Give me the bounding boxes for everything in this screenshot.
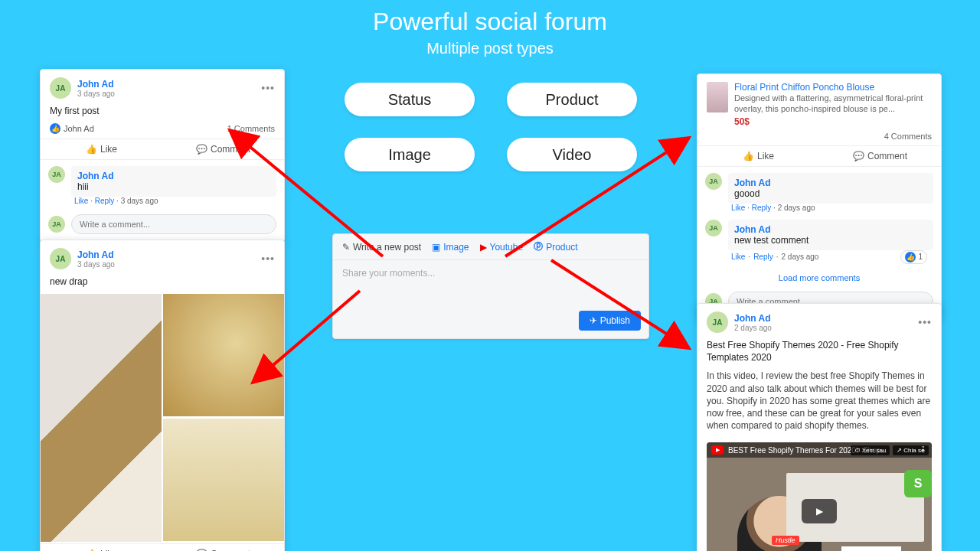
composer-tab-product[interactable]: ⓟ Product — [534, 240, 577, 253]
post-body: My first post — [41, 102, 284, 123]
post-menu-icon[interactable]: ••• — [918, 316, 932, 328]
hero-title: Powerful social forum — [0, 8, 980, 36]
comment-button[interactable]: 💬Comment — [162, 544, 284, 551]
post-body: In this video, I review the best free Sh… — [697, 370, 941, 438]
thumb-icon: 👍 — [743, 151, 754, 161]
comment-like-link[interactable]: Like — [731, 204, 745, 212]
comments-count[interactable]: 4 Comments — [884, 132, 932, 141]
shopify-badge-icon: S — [904, 470, 932, 497]
product-post-card: Floral Print Chiffon Poncho Blouse Desig… — [697, 73, 942, 320]
post-author-link[interactable]: John Ad — [734, 313, 772, 324]
image-grid — [41, 294, 284, 543]
avatar: JA — [50, 77, 71, 99]
avatar: JA — [705, 220, 722, 236]
like-badge-icon: 👍 — [50, 123, 60, 134]
like-button[interactable]: 👍Like — [41, 544, 162, 551]
comment-time: 2 days ago — [778, 204, 815, 212]
comment-button[interactable]: 💬Comment — [162, 139, 284, 159]
post-time: 3 days ago — [77, 90, 115, 98]
like-summary-text: John Ad — [64, 124, 94, 133]
post-time: 2 days ago — [734, 324, 772, 332]
watch-later-label: Xem sau — [862, 447, 887, 454]
post-author-link[interactable]: John Ad — [77, 79, 115, 90]
composer-tab-write-label: Write a new post — [353, 242, 421, 253]
avatar: JA — [707, 311, 728, 333]
avatar: JA — [48, 216, 65, 233]
product-price: 50$ — [734, 115, 932, 127]
load-more-comments-link[interactable]: Load more comments — [697, 269, 941, 287]
comment-author-link[interactable]: John Ad — [734, 178, 927, 188]
watch-later-button[interactable]: ⏱ Xem sau — [851, 445, 890, 455]
send-icon: ✈ — [590, 315, 597, 326]
post-menu-icon[interactable]: ••• — [261, 253, 275, 265]
post-time: 3 days ago — [77, 260, 115, 269]
post-menu-icon[interactable]: ••• — [261, 82, 275, 94]
comment-author-link[interactable]: John Ad — [77, 171, 270, 181]
image-icon: ▣ — [432, 242, 440, 253]
post-image[interactable] — [163, 419, 284, 541]
share-button[interactable]: ↗ Chia sẻ — [893, 445, 929, 455]
publish-button-label: Publish — [600, 315, 630, 326]
video-title: Best Free Shopify Themes 2020 - Free Sho… — [697, 336, 941, 370]
youtube-icon: ▶ — [480, 242, 487, 253]
comments-count[interactable]: 1 Comments — [227, 124, 275, 133]
product-icon: ⓟ — [534, 240, 543, 253]
avatar: JA — [50, 248, 71, 269]
composer-tab-image-label: Image — [443, 242, 469, 253]
status-post-card: JA John Ad 3 days ago ••• My first post … — [40, 69, 285, 243]
product-title-link[interactable]: Floral Print Chiffon Poncho Blouse — [734, 82, 932, 93]
like-label: Like — [757, 151, 774, 161]
composer-card: ✎ Write a new post ▣ Image ▶ Youtube ⓟ P… — [332, 233, 649, 339]
like-count-text: 1 — [918, 253, 923, 261]
composer-tab-product-label: Product — [546, 242, 577, 253]
comment-label: Comment — [867, 151, 907, 161]
product-description: Designed with a flattering, asymmetrical… — [734, 93, 932, 115]
pill-video[interactable]: Video — [507, 138, 637, 171]
avatar: JA — [705, 173, 722, 190]
composer-tab-youtube[interactable]: ▶ Youtube — [480, 242, 524, 253]
video-embed[interactable]: ▶ BEST Free Shopify Themes For 2020 - Sh… — [707, 442, 932, 551]
like-summary[interactable]: 👍 John Ad — [50, 123, 94, 134]
thumb-icon: 👍 — [86, 144, 97, 155]
comment-label: Comment — [211, 144, 250, 155]
avatar: JA — [48, 166, 65, 183]
publish-button[interactable]: ✈ Publish — [579, 311, 641, 331]
youtube-icon: ▶ — [711, 445, 724, 455]
composer-textarea[interactable]: Share your moments... — [333, 260, 648, 306]
comment-button[interactable]: 💬Comment — [819, 146, 941, 166]
comment-like-count: 👍 1 — [900, 250, 927, 264]
comment-reply-link[interactable]: Reply — [95, 197, 115, 205]
post-image[interactable] — [163, 294, 284, 416]
comment-time: 2 days ago — [782, 253, 819, 261]
video-year: 2020 — [841, 546, 901, 551]
image-post-card: JA John Ad 3 days ago ••• new drap 👍Like… — [40, 240, 285, 551]
like-label: Like — [100, 144, 117, 155]
comment-body: new test comment — [734, 235, 808, 246]
comment-like-link[interactable]: Like — [731, 253, 745, 261]
pill-product[interactable]: Product — [507, 83, 637, 116]
like-badge-icon: 👍 — [905, 252, 916, 262]
comment-reply-link[interactable]: Reply — [752, 204, 772, 212]
comment-like-link[interactable]: Like — [74, 197, 88, 205]
comment-reply-link[interactable]: Reply — [753, 253, 773, 261]
comment-body: goood — [734, 188, 760, 199]
composer-tab-write[interactable]: ✎ Write a new post — [342, 242, 421, 253]
comment-author-link[interactable]: John Ad — [734, 224, 927, 235]
pill-image[interactable]: Image — [345, 138, 475, 171]
like-button[interactable]: 👍Like — [697, 146, 819, 166]
pencil-icon: ✎ — [342, 242, 350, 253]
post-author-link[interactable]: John Ad — [77, 249, 115, 260]
play-icon[interactable]: ▶ — [802, 499, 837, 523]
video-badge: Hustle — [772, 536, 799, 545]
like-button[interactable]: 👍Like — [41, 139, 162, 159]
product-thumbnail[interactable] — [707, 82, 728, 112]
post-image[interactable] — [41, 294, 162, 542]
share-label: Chia sẻ — [903, 447, 925, 454]
comment-body: hiii — [77, 181, 89, 192]
write-comment-input[interactable] — [71, 214, 276, 234]
comment-icon: 💬 — [853, 151, 864, 161]
composer-tab-image[interactable]: ▣ Image — [432, 242, 469, 253]
video-post-card: JA John Ad 2 days ago ••• Best Free Shop… — [697, 303, 942, 551]
comment-time: 3 days ago — [121, 197, 158, 205]
pill-status[interactable]: Status — [345, 83, 475, 116]
